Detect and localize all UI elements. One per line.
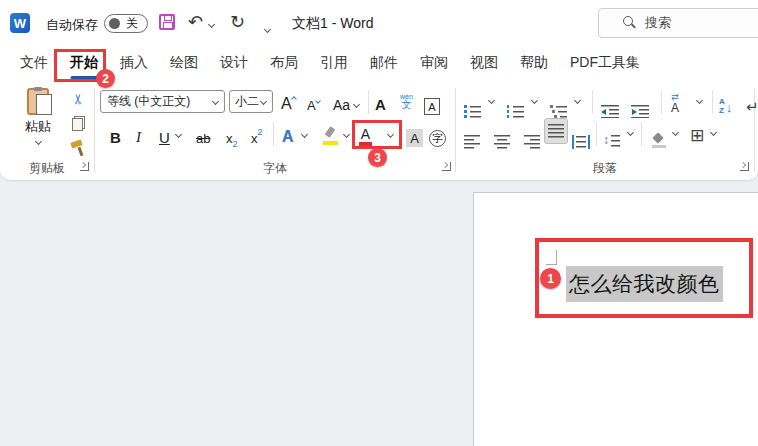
align-center-icon [494, 135, 510, 149]
tab-pdf-tools[interactable]: PDF工具集 [568, 50, 642, 82]
show-marks-button[interactable]: ↵ [746, 90, 758, 116]
grow-font-button[interactable]: A [281, 87, 296, 113]
underline-button[interactable]: U [159, 120, 170, 146]
borders-caret[interactable] [710, 129, 717, 136]
borders-button[interactable]: ⊞ [690, 120, 704, 146]
cut-scissors-icon: ✂ [70, 93, 86, 105]
paste-dropdown-caret[interactable] [34, 138, 41, 145]
save-icon[interactable] [159, 14, 175, 30]
annotation-badge-3: 3 [368, 148, 387, 167]
character-border-button[interactable]: A [424, 89, 440, 115]
tab-design[interactable]: 设计 [218, 50, 250, 82]
enclose-characters-button[interactable]: 字 [429, 121, 446, 147]
undo-dropdown-caret[interactable] [208, 21, 215, 28]
tab-mailings[interactable]: 邮件 [368, 50, 400, 82]
bullet-list-icon [464, 105, 481, 118]
toggle-knob-icon [109, 18, 120, 29]
tab-layout[interactable]: 布局 [268, 50, 300, 82]
highlighter-icon [323, 127, 339, 145]
search-icon [623, 16, 637, 30]
tab-references[interactable]: 引用 [318, 50, 350, 82]
copy-button[interactable] [68, 113, 88, 133]
redo-button[interactable]: ↻ [230, 10, 245, 34]
font-name-caret [212, 98, 219, 105]
tab-draw[interactable]: 绘图 [168, 50, 200, 82]
justify-button-selected[interactable] [544, 118, 568, 144]
divider [641, 122, 642, 146]
asian-layout-button[interactable]: ⇄ A [671, 88, 679, 114]
shrink-font-button[interactable]: A [307, 87, 320, 113]
line-spacing-button[interactable]: ↕ [603, 121, 620, 147]
tab-help[interactable]: 帮助 [518, 50, 550, 82]
character-shading-button[interactable]: A [406, 121, 423, 147]
shading-caret[interactable] [672, 129, 679, 136]
tab-review[interactable]: 审阅 [418, 50, 450, 82]
format-painter-icon [70, 139, 86, 155]
align-left-button[interactable] [464, 123, 480, 149]
group-divider [94, 88, 95, 172]
multilevel-list-button[interactable] [550, 92, 567, 118]
title-bar: W 自动保存 关 ↶ ↻ 文档1 - Word 搜索 [0, 0, 758, 46]
text-effects-caret[interactable] [301, 131, 308, 138]
distribute-button[interactable] [572, 123, 590, 149]
highlight-color-button[interactable] [323, 119, 339, 145]
line-spacing-caret[interactable] [627, 129, 634, 136]
divider [368, 90, 369, 114]
quick-access-overflow-icon[interactable] [264, 18, 274, 36]
search-placeholder: 搜索 [645, 14, 671, 32]
asian-layout-icon: ⇄ A [671, 93, 679, 114]
multilevel-list-icon [550, 105, 567, 118]
sort-button[interactable]: A Z ↓ [719, 90, 732, 116]
numbering-button[interactable] [507, 92, 524, 118]
cut-button[interactable]: ✂ [68, 89, 88, 109]
highlight-caret[interactable] [343, 131, 350, 138]
bullets-button[interactable] [464, 92, 481, 118]
font-name-combo[interactable]: 等线 (中文正文) [100, 90, 225, 113]
subscript-button[interactable]: x 2 [226, 120, 238, 146]
document-title: 文档1 - Word [292, 15, 373, 33]
align-right-button[interactable] [524, 123, 540, 149]
sort-z: Z [719, 107, 725, 116]
italic-button[interactable]: I [136, 120, 141, 146]
autosave-toggle[interactable]: 关 [104, 14, 148, 33]
clipboard-dialog-launcher[interactable] [80, 162, 89, 171]
word-logo[interactable]: W [10, 13, 30, 33]
divider [712, 90, 713, 114]
superscript-button[interactable]: x 2 [251, 120, 263, 146]
search-input[interactable]: 搜索 [598, 8, 758, 38]
autosave-label: 自动保存 [46, 16, 98, 34]
font-dialog-launcher[interactable] [442, 162, 451, 171]
increase-indent-icon [631, 105, 649, 118]
tab-view[interactable]: 视图 [468, 50, 500, 82]
increase-indent-button[interactable] [631, 92, 649, 118]
tab-insert[interactable]: 插入 [118, 50, 150, 82]
pinyin-bottom: 文 [401, 100, 411, 110]
clear-formatting-letter: A [375, 96, 386, 113]
shading-button[interactable] [652, 122, 667, 148]
divider [592, 90, 593, 114]
paragraph-dialog-launcher[interactable] [740, 162, 749, 171]
format-painter-button[interactable] [68, 137, 88, 157]
divider [596, 122, 597, 146]
overflow-caret [264, 26, 271, 33]
paste-button[interactable]: 粘贴 [12, 88, 64, 158]
tab-file[interactable]: 文件 [18, 50, 50, 82]
change-case-button[interactable]: Aa [333, 87, 359, 113]
underline-caret[interactable] [175, 131, 182, 138]
font-size-combo[interactable]: 小二 [229, 90, 273, 113]
text-effects-button[interactable]: A [282, 120, 294, 146]
strikethrough-button[interactable]: ab [196, 120, 210, 146]
decrease-indent-button[interactable] [601, 92, 619, 118]
document-page[interactable] [473, 192, 758, 446]
annotation-badge-1: 1 [540, 268, 561, 289]
align-center-button[interactable] [494, 123, 510, 149]
phonetic-guide-button[interactable]: wén 文 [400, 88, 413, 114]
copy-icon [72, 116, 85, 131]
distribute-icon [572, 135, 590, 149]
bold-button[interactable]: B [110, 120, 121, 146]
font-size-value: 小二 [235, 93, 259, 110]
font-group-label: 字体 [96, 160, 454, 177]
subscript-2: 2 [233, 139, 238, 149]
change-case-caret [353, 101, 360, 108]
undo-button[interactable]: ↶ [188, 10, 203, 34]
